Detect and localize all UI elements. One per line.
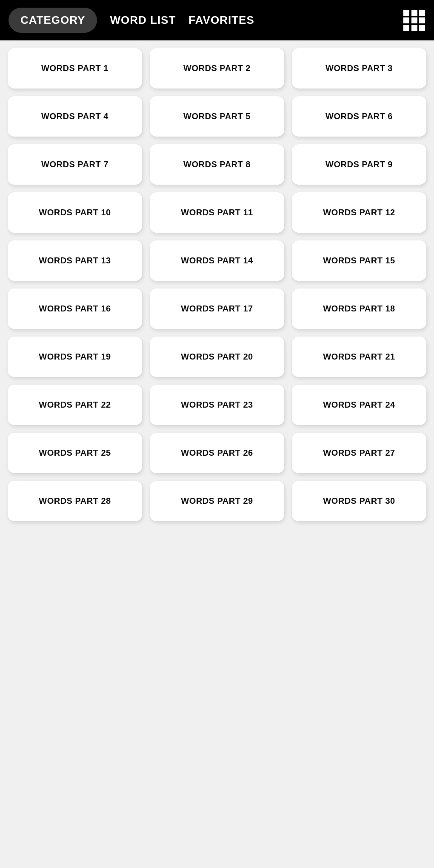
category-card[interactable]: WORDS PART 16 <box>8 288 142 329</box>
category-card[interactable]: WORDS PART 14 <box>150 240 284 281</box>
category-card[interactable]: WORDS PART 18 <box>292 288 426 329</box>
grid-cell <box>403 25 409 31</box>
grid-cell <box>419 25 425 31</box>
category-card[interactable]: WORDS PART 17 <box>150 288 284 329</box>
category-card[interactable]: WORDS PART 23 <box>150 385 284 425</box>
category-card-label: WORDS PART 7 <box>41 160 108 169</box>
category-card-label: WORDS PART 3 <box>326 63 393 73</box>
category-card-label: WORDS PART 21 <box>323 352 395 362</box>
category-card-label: WORDS PART 2 <box>183 63 251 73</box>
category-card[interactable]: WORDS PART 9 <box>292 144 426 185</box>
category-card[interactable]: WORDS PART 8 <box>150 144 284 185</box>
category-card-label: WORDS PART 28 <box>39 496 111 506</box>
category-grid: WORDS PART 1WORDS PART 2WORDS PART 3WORD… <box>0 40 434 529</box>
category-card-label: WORDS PART 1 <box>41 63 108 73</box>
category-card[interactable]: WORDS PART 30 <box>292 481 426 521</box>
grid-cell <box>403 10 409 16</box>
category-card-label: WORDS PART 4 <box>41 111 108 121</box>
category-card[interactable]: WORDS PART 21 <box>292 337 426 377</box>
category-card[interactable]: WORDS PART 1 <box>8 48 142 89</box>
category-card[interactable]: WORDS PART 10 <box>8 192 142 233</box>
category-tab[interactable]: CATEGORY <box>9 8 97 33</box>
category-card[interactable]: WORDS PART 4 <box>8 96 142 137</box>
category-card-label: WORDS PART 26 <box>181 448 253 458</box>
category-card[interactable]: WORDS PART 6 <box>292 96 426 137</box>
category-card[interactable]: WORDS PART 5 <box>150 96 284 137</box>
app-header: CATEGORY WORD LIST FAVORITES <box>0 0 434 40</box>
category-card-label: WORDS PART 25 <box>39 448 111 458</box>
grid-view-icon[interactable] <box>403 10 425 31</box>
category-card[interactable]: WORDS PART 11 <box>150 192 284 233</box>
category-card-label: WORDS PART 20 <box>181 352 253 362</box>
category-card-label: WORDS PART 16 <box>39 304 111 314</box>
category-card-label: WORDS PART 8 <box>183 160 251 169</box>
category-card-label: WORDS PART 24 <box>323 400 395 410</box>
category-card-label: WORDS PART 5 <box>183 111 251 121</box>
category-card-label: WORDS PART 10 <box>39 208 111 217</box>
grid-cell <box>411 17 417 23</box>
category-card[interactable]: WORDS PART 26 <box>150 433 284 473</box>
category-card-label: WORDS PART 30 <box>323 496 395 506</box>
grid-cell <box>403 17 409 23</box>
category-card-label: WORDS PART 17 <box>181 304 253 314</box>
category-card-label: WORDS PART 23 <box>181 400 253 410</box>
category-card-label: WORDS PART 19 <box>39 352 111 362</box>
grid-cell <box>419 17 425 23</box>
category-card[interactable]: WORDS PART 24 <box>292 385 426 425</box>
category-card[interactable]: WORDS PART 25 <box>8 433 142 473</box>
category-card-label: WORDS PART 27 <box>323 448 395 458</box>
category-card-label: WORDS PART 29 <box>181 496 253 506</box>
category-card-label: WORDS PART 14 <box>181 256 253 266</box>
category-card-label: WORDS PART 6 <box>326 111 393 121</box>
category-card[interactable]: WORDS PART 2 <box>150 48 284 89</box>
favorites-tab[interactable]: FAVORITES <box>188 14 254 27</box>
category-card[interactable]: WORDS PART 20 <box>150 337 284 377</box>
category-card-label: WORDS PART 18 <box>323 304 395 314</box>
grid-cell <box>419 10 425 16</box>
category-card[interactable]: WORDS PART 28 <box>8 481 142 521</box>
category-card[interactable]: WORDS PART 12 <box>292 192 426 233</box>
category-card[interactable]: WORDS PART 13 <box>8 240 142 281</box>
category-card[interactable]: WORDS PART 7 <box>8 144 142 185</box>
grid-cell <box>411 25 417 31</box>
category-card[interactable]: WORDS PART 15 <box>292 240 426 281</box>
category-card[interactable]: WORDS PART 19 <box>8 337 142 377</box>
category-card[interactable]: WORDS PART 3 <box>292 48 426 89</box>
category-card[interactable]: WORDS PART 27 <box>292 433 426 473</box>
word-list-tab[interactable]: WORD LIST <box>110 14 176 27</box>
category-card-label: WORDS PART 13 <box>39 256 111 266</box>
category-card-label: WORDS PART 22 <box>39 400 111 410</box>
category-card-label: WORDS PART 11 <box>181 208 253 217</box>
category-card-label: WORDS PART 12 <box>323 208 395 217</box>
category-card[interactable]: WORDS PART 29 <box>150 481 284 521</box>
category-card-label: WORDS PART 9 <box>326 160 393 169</box>
category-card[interactable]: WORDS PART 22 <box>8 385 142 425</box>
category-card-label: WORDS PART 15 <box>323 256 395 266</box>
grid-cell <box>411 10 417 16</box>
